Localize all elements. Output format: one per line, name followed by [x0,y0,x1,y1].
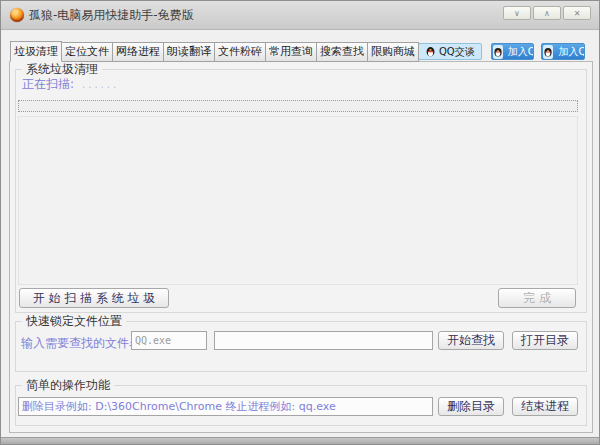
simple-operations-group-title: 简单的操作功能 [22,377,114,393]
system-garbage-group: 系统垃圾清理 正在扫描:...... 开 始 扫 描 系 统 垃 圾 完 成 [15,69,587,313]
scanning-status: 正在扫描:...... [22,76,119,93]
tab-common-query[interactable]: 常用查询 [265,42,317,62]
open-directory-button[interactable]: 打开目录 [512,331,578,350]
tab-shop[interactable]: 限购商城 [367,42,419,62]
window-controls: ∨ ∧ ✕ [503,6,591,20]
maximize-button[interactable]: ∧ [533,6,561,20]
locate-file-group-title: 快速锁定文件位置 [22,313,126,329]
qq-penguin-icon [425,46,436,57]
app-icon [10,8,24,22]
simple-operations-group: 简单的操作功能 删除目录 结束进程 [15,385,587,426]
scanning-dots: ...... [82,79,119,90]
tab-file-shred[interactable]: 文件粉碎 [214,42,266,62]
tab-garbage-clean[interactable]: 垃圾清理 [10,41,62,62]
join-qq-group-label: 加入QQ群 [506,45,535,59]
join-qq-group-button-2[interactable]: 加入QQ群 [541,43,585,60]
scan-result-list[interactable] [18,116,578,285]
operation-target-input[interactable] [18,397,433,416]
minimize-button[interactable]: ∨ [503,6,531,20]
tab-network-process[interactable]: 网络进程 [112,42,164,62]
tab-bar: 垃圾清理 定位文件 网络进程 朗读翻译 文件粉碎 常用查询 搜索查找 限购商城 … [10,41,592,62]
locate-file-group: 快速锁定文件位置 输入需要查找的文件名: 开始查找 打开目录 [15,321,587,372]
start-scan-button[interactable]: 开 始 扫 描 系 统 垃 圾 [19,288,169,308]
start-find-button[interactable]: 开始查找 [438,331,504,350]
end-process-button[interactable]: 结束进程 [512,397,578,416]
window-title: 孤狼-电脑易用快捷助手-免费版 [29,1,194,30]
scanning-label: 正在扫描: [22,77,74,91]
window-bottom-edge [1,437,599,444]
done-button[interactable]: 完 成 [498,288,576,308]
app-window: 孤狼-电脑易用快捷助手-免费版 ∨ ∧ ✕ 垃圾清理 定位文件 网络进程 朗读翻… [0,0,600,445]
tab-page-garbage-clean: 系统垃圾清理 正在扫描:...... 开 始 扫 描 系 统 垃 圾 完 成 快… [9,61,593,433]
tab-locate-file[interactable]: 定位文件 [61,42,113,62]
title-bar: 孤狼-电脑易用快捷助手-免费版 ∨ ∧ ✕ [1,1,599,30]
join-qq-group-label: 加入QQ群 [556,45,585,59]
qq-chat-label: QQ交谈 [439,45,475,59]
delete-directory-button[interactable]: 删除目录 [438,397,504,416]
scan-progress-bar [18,100,578,112]
qq-avatar-icon [543,45,553,59]
join-qq-group-button-1[interactable]: 加入QQ群 [491,43,535,60]
system-garbage-group-title: 系统垃圾清理 [22,61,102,77]
qq-chat-button[interactable]: QQ交谈 [418,43,482,60]
filename-input-label: 输入需要查找的文件名: [21,335,145,352]
tab-search-find[interactable]: 搜索查找 [316,42,368,62]
filename-input[interactable] [131,331,207,350]
close-button[interactable]: ✕ [563,6,591,20]
locate-result-input[interactable] [214,331,433,350]
qq-avatar-icon [493,45,503,59]
tab-read-translate[interactable]: 朗读翻译 [163,42,215,62]
